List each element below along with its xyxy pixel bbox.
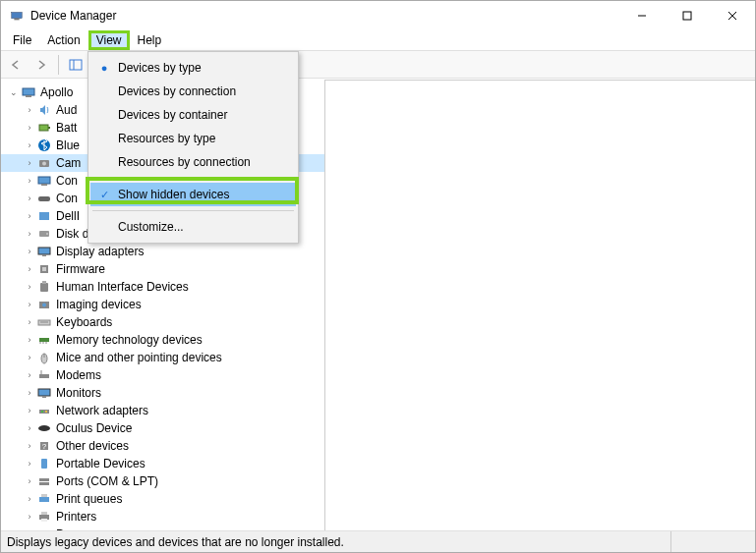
forward-button[interactable]: [30, 54, 52, 76]
check-icon: ✓: [96, 187, 112, 202]
svg-rect-41: [39, 374, 49, 378]
svg-point-24: [46, 233, 48, 235]
svg-point-47: [45, 411, 47, 413]
mouse-icon: [36, 350, 52, 365]
menu-resources-by-connection[interactable]: Resources by connection: [90, 150, 296, 174]
tree-node[interactable]: ›Imaging devices: [1, 296, 324, 313]
svg-rect-22: [39, 212, 49, 220]
tree-node-label: Mice and other pointing devices: [56, 351, 222, 364]
menu-resources-by-type[interactable]: Resources by type: [90, 127, 296, 150]
tree-node[interactable]: ›Memory technology devices: [1, 331, 324, 349]
tree-node-label: Memory technology devices: [56, 333, 203, 347]
expander-icon[interactable]: ›: [23, 333, 36, 347]
tree-node[interactable]: ›Printers: [1, 508, 324, 525]
tree-node-label: Human Interface Devices: [56, 280, 189, 294]
tree-node[interactable]: ›Firmware: [1, 260, 324, 278]
tree-node[interactable]: ›Ports (COM & LPT): [1, 472, 324, 490]
menu-view[interactable]: View: [88, 30, 130, 50]
toolbar-separator: [58, 55, 59, 75]
svg-rect-30: [42, 281, 46, 284]
network-icon: [36, 403, 52, 418]
svg-rect-28: [42, 267, 46, 271]
expander-icon[interactable]: ›: [23, 227, 36, 241]
expander-icon[interactable]: ›: [23, 510, 36, 524]
menu-item-label: Devices by container: [118, 108, 227, 122]
tree-node[interactable]: ›Print queues: [1, 490, 324, 508]
svg-rect-21: [38, 196, 50, 201]
expander-icon[interactable]: ›: [23, 368, 36, 382]
expander-icon[interactable]: ›: [23, 280, 36, 294]
tree-node-label: Printers: [56, 510, 96, 524]
tree-node-label: Ports (COM & LPT): [56, 474, 158, 488]
menu-devices-by-container[interactable]: Devices by container: [90, 103, 296, 127]
tree-node[interactable]: ›Human Interface Devices: [1, 278, 324, 296]
minimize-button[interactable]: [619, 1, 665, 30]
menubar: File Action View Help: [1, 30, 755, 51]
radio-dot-icon: ●: [96, 60, 112, 76]
menu-item-label: Devices by type: [118, 61, 202, 75]
menu-show-hidden-devices[interactable]: ✓ Show hidden devices: [90, 183, 296, 206]
menu-item-label: Resources by type: [118, 132, 215, 145]
menu-devices-by-connection[interactable]: Devices by connection: [90, 80, 296, 103]
menu-item-label: Devices by connection: [118, 84, 236, 98]
expander-icon[interactable]: ›: [23, 192, 36, 205]
expander-icon[interactable]: ⌄: [7, 85, 21, 99]
status-text: Displays legacy devices and devices that…: [7, 535, 344, 549]
tree-node[interactable]: ›Network adapters: [1, 402, 324, 419]
back-button[interactable]: [5, 54, 27, 76]
statusbar: Displays legacy devices and devices that…: [1, 530, 755, 552]
expander-icon[interactable]: ›: [23, 404, 36, 417]
maximize-button[interactable]: [665, 1, 710, 30]
window-controls: [619, 1, 755, 30]
tree-node[interactable]: ›Modems: [1, 366, 324, 384]
menu-action[interactable]: Action: [39, 31, 87, 49]
tree-node-label: Con: [56, 192, 78, 205]
printer-icon: [36, 509, 52, 525]
tree-node[interactable]: ›Display adapters: [1, 243, 324, 260]
expander-icon[interactable]: ›: [23, 298, 36, 311]
svg-rect-51: [41, 459, 47, 469]
menu-file[interactable]: File: [5, 31, 39, 49]
svg-rect-54: [39, 497, 49, 502]
menu-help[interactable]: Help: [130, 31, 170, 49]
expander-icon[interactable]: ›: [23, 262, 36, 276]
expander-icon[interactable]: ›: [23, 245, 36, 258]
tree-node[interactable]: ›Portable Devices: [1, 455, 324, 472]
expander-icon[interactable]: ›: [23, 351, 36, 364]
svg-rect-53: [39, 482, 49, 485]
tree-node-label: Display adapters: [56, 245, 144, 258]
menu-customize[interactable]: Customize...: [90, 215, 296, 239]
tree-node-label: Con: [56, 174, 78, 188]
oculus-icon: [36, 420, 52, 436]
show-hide-tree-button[interactable]: [65, 54, 87, 76]
tree-node[interactable]: ›Keyboards: [1, 313, 324, 331]
tree-node[interactable]: ›Mice and other pointing devices: [1, 349, 324, 366]
svg-rect-14: [39, 125, 48, 131]
close-button[interactable]: [710, 1, 755, 30]
expander-icon[interactable]: ›: [23, 315, 36, 329]
memory-icon: [36, 332, 52, 348]
expander-icon[interactable]: ›: [23, 209, 36, 223]
expander-icon[interactable]: ›: [23, 492, 36, 506]
portable-icon: [36, 456, 52, 471]
expander-icon[interactable]: ›: [23, 174, 36, 188]
svg-rect-1: [14, 19, 19, 21]
svg-rect-29: [40, 283, 48, 292]
tree-node-label: Oculus Device: [56, 421, 132, 435]
expander-icon[interactable]: ›: [23, 103, 36, 117]
expander-icon[interactable]: ›: [23, 386, 36, 400]
tree-node-label: Other devices: [56, 439, 129, 453]
menu-devices-by-type[interactable]: ● Devices by type: [90, 56, 296, 80]
tree-node[interactable]: ›Oculus Device: [1, 419, 324, 437]
expander-icon[interactable]: ›: [23, 474, 36, 488]
expander-icon[interactable]: ›: [23, 156, 36, 170]
expander-icon[interactable]: ›: [23, 421, 36, 435]
expander-icon[interactable]: ›: [23, 138, 36, 152]
svg-rect-3: [683, 12, 691, 20]
expander-icon[interactable]: ›: [23, 439, 36, 453]
tree-node[interactable]: ›?Other devices: [1, 437, 324, 455]
expander-icon[interactable]: ›: [23, 121, 36, 135]
expander-icon[interactable]: ›: [23, 457, 36, 470]
tree-node[interactable]: ›Monitors: [1, 384, 324, 402]
tree-node-label: Batt: [56, 121, 77, 135]
